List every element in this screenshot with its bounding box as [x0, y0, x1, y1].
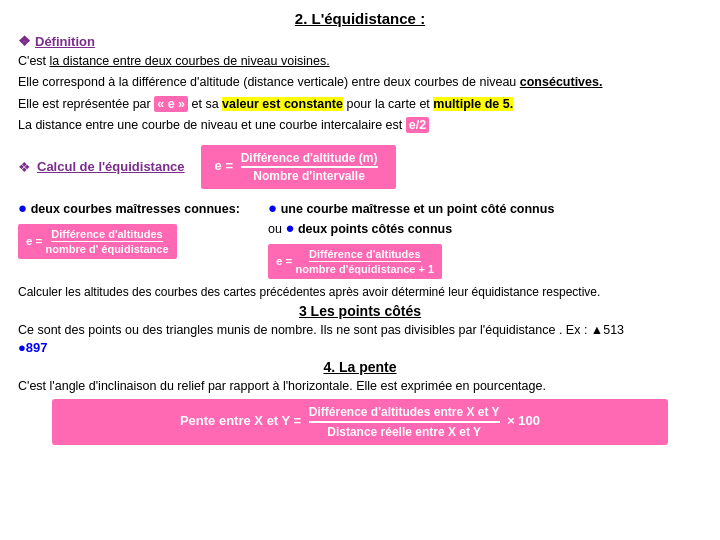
section3-title: 3 Les points côtés [18, 303, 702, 319]
diamond-icon-2: ❖ [18, 159, 31, 175]
left-formula-area: e = Différence d'altitudes nombre d' équ… [18, 220, 258, 259]
right-formula-area: e = Différence d'altitudes nombre d'équi… [268, 240, 702, 279]
main-page: 2. L'équidistance : ❖ Définition C'est l… [0, 0, 720, 455]
main-formula-box: e = Différence d'altitude (m) Nombre d'i… [201, 145, 396, 189]
pente-text: C'est l'angle d'inclinaison du relief pa… [18, 379, 702, 393]
definition-header: ❖ Définition [18, 33, 702, 49]
pente-formula-fraction: Différence d'altitudes entre X et Y Dist… [309, 405, 500, 439]
bullet-left-row: ● deux courbes maîtresses connues: [18, 199, 258, 216]
calcul-label: Calcul de l'équidistance [37, 159, 185, 174]
main-formula-fraction: Différence d'altitude (m) Nombre d'inter… [241, 151, 378, 183]
right-formula-fraction: Différence d'altitudes nombre d'équidist… [296, 248, 435, 275]
bullet-897: ●897 [18, 340, 702, 355]
points-cotes-text: Ce sont des points ou des triangles muni… [18, 323, 702, 337]
main-formula-area: e = Différence d'altitude (m) Nombre d'i… [201, 141, 396, 193]
def-line2: Elle correspond à la différence d'altitu… [18, 73, 702, 92]
right-formula-box: e = Différence d'altitudes nombre d'équi… [268, 244, 442, 279]
def-line1: C'est la distance entre deux courbes de … [18, 52, 702, 71]
two-col-row: ● deux courbes maîtresses connues: e = D… [18, 199, 702, 279]
calcul-bottom-text: Calculer les altitudes des courbes des c… [18, 285, 702, 299]
def-line3: Elle est représentée par « e » et sa val… [18, 95, 702, 114]
definition-label: Définition [35, 34, 95, 49]
calcul-header: ❖ Calcul de l'équidistance e = Différenc… [18, 141, 702, 193]
section4-title: 4. La pente [18, 359, 702, 375]
left-formula-box: e = Différence d'altitudes nombre d' équ… [18, 224, 177, 259]
left-formula-fraction: Différence d'altitudes nombre d' équidis… [46, 228, 169, 255]
diamond-icon-1: ❖ [18, 33, 31, 49]
pente-formula-box: Pente entre X et Y = Différence d'altitu… [52, 399, 668, 445]
or-row: ou ● deux points côtés connus [268, 219, 702, 236]
bullet-right-row: ● une courbe maîtresse et un point côté … [268, 199, 702, 216]
right-column: ● une courbe maîtresse et un point côté … [268, 199, 702, 279]
main-title: 2. L'équidistance : [18, 10, 702, 27]
def-line4: La distance entre une courbe de niveau e… [18, 116, 702, 135]
left-column: ● deux courbes maîtresses connues: e = D… [18, 199, 258, 259]
